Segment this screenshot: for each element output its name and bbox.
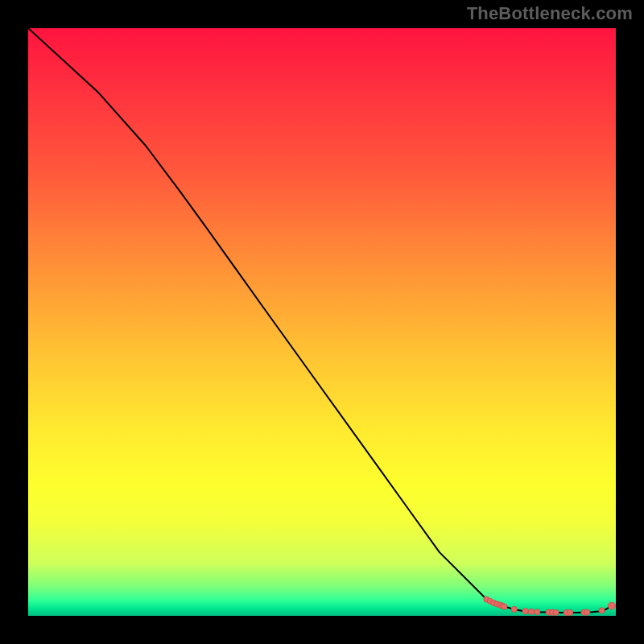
marker-dot	[522, 609, 528, 614]
marker-group	[484, 597, 616, 616]
marker-dot	[567, 609, 572, 615]
marker-dot	[608, 602, 615, 609]
marker-dot	[584, 609, 590, 615]
marker-dot	[502, 604, 507, 609]
plot-area	[28, 28, 616, 616]
bottleneck-curve	[28, 28, 612, 613]
plot-svg	[28, 28, 616, 616]
marker-dot	[535, 609, 540, 615]
marker-dot	[511, 606, 517, 612]
marker-dot	[528, 609, 534, 614]
marker-dot	[553, 609, 559, 615]
chart-frame: TheBottleneck.com	[0, 0, 644, 644]
marker-dot	[599, 608, 605, 613]
watermark-text: TheBottleneck.com	[467, 3, 633, 24]
